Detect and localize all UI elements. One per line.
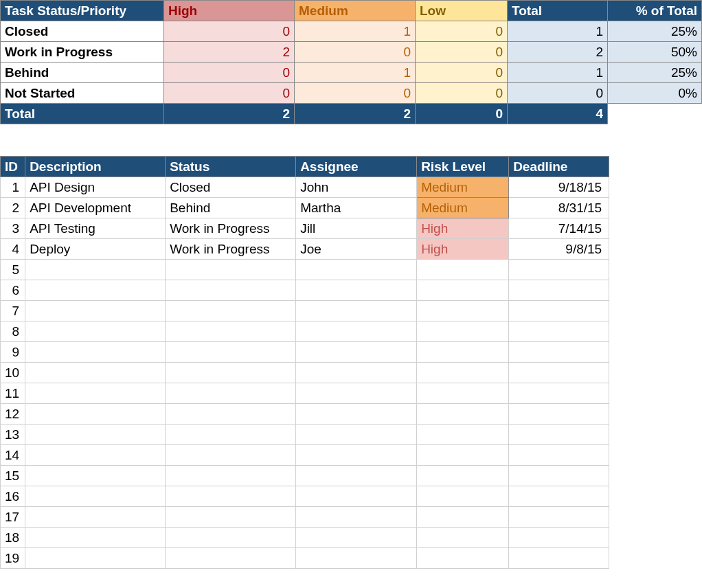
- task-cell-assignee[interactable]: [296, 280, 417, 301]
- task-cell-risk[interactable]: [417, 486, 509, 507]
- task-cell-risk[interactable]: [417, 301, 509, 321]
- task-cell-description[interactable]: [25, 466, 166, 486]
- task-cell-risk[interactable]: [417, 280, 509, 301]
- task-cell-status[interactable]: [166, 528, 296, 548]
- task-cell-status[interactable]: [166, 486, 296, 507]
- task-cell-status[interactable]: [166, 301, 296, 321]
- task-cell-status[interactable]: Closed: [166, 177, 296, 198]
- summary-status-label[interactable]: Not Started: [1, 83, 164, 104]
- task-cell-assignee[interactable]: [296, 528, 417, 548]
- task-cell-deadline[interactable]: 9/8/15: [509, 239, 609, 260]
- task-cell-risk[interactable]: [417, 363, 509, 383]
- task-cell-deadline[interactable]: [509, 466, 609, 486]
- task-cell-risk[interactable]: High: [417, 218, 509, 239]
- task-cell-id[interactable]: 16: [1, 486, 25, 507]
- task-cell-deadline[interactable]: [509, 301, 609, 321]
- task-cell-id[interactable]: 13: [1, 425, 25, 445]
- task-cell-id[interactable]: 11: [1, 383, 25, 404]
- task-cell-status[interactable]: [166, 466, 296, 486]
- task-cell-status[interactable]: [166, 280, 296, 301]
- task-cell-id[interactable]: 10: [1, 363, 25, 383]
- task-cell-description[interactable]: API Development: [25, 198, 166, 218]
- task-cell-id[interactable]: 1: [1, 177, 25, 198]
- summary-cell-low[interactable]: 0: [416, 21, 508, 42]
- priority-low-header[interactable]: Low: [416, 1, 508, 21]
- summary-cell-low[interactable]: 0: [416, 42, 508, 63]
- summary-cell-med[interactable]: 0: [295, 83, 416, 104]
- task-cell-assignee[interactable]: [296, 301, 417, 321]
- task-cell-deadline[interactable]: 7/14/15: [509, 218, 609, 239]
- task-cell-assignee[interactable]: [296, 404, 417, 425]
- task-cell-status[interactable]: [166, 404, 296, 425]
- summary-cell-high[interactable]: 0: [164, 21, 295, 42]
- task-cell-id[interactable]: 5: [1, 260, 25, 280]
- task-cell-assignee[interactable]: [296, 260, 417, 280]
- summary-cell-pct[interactable]: 25%: [608, 63, 702, 83]
- task-cell-deadline[interactable]: 9/18/15: [509, 177, 609, 198]
- task-cell-description[interactable]: [25, 280, 166, 301]
- task-cell-deadline[interactable]: [509, 404, 609, 425]
- task-cell-description[interactable]: [25, 548, 166, 569]
- task-cell-risk[interactable]: [417, 548, 509, 569]
- task-cell-assignee[interactable]: John: [296, 177, 417, 198]
- task-cell-assignee[interactable]: Martha: [296, 198, 417, 218]
- task-cell-status[interactable]: [166, 383, 296, 404]
- task-cell-deadline[interactable]: [509, 425, 609, 445]
- task-cell-risk[interactable]: [417, 321, 509, 342]
- summary-cell-med[interactable]: 1: [295, 21, 416, 42]
- summary-cell-low[interactable]: 0: [416, 83, 508, 104]
- summary-status-label[interactable]: Closed: [1, 21, 164, 42]
- task-cell-status[interactable]: [166, 507, 296, 528]
- task-cell-description[interactable]: [25, 404, 166, 425]
- task-cell-description[interactable]: [25, 260, 166, 280]
- task-header-status[interactable]: Status: [166, 157, 296, 177]
- task-cell-id[interactable]: 19: [1, 548, 25, 569]
- task-cell-risk[interactable]: [417, 425, 509, 445]
- task-cell-id[interactable]: 3: [1, 218, 25, 239]
- task-cell-description[interactable]: [25, 321, 166, 342]
- task-cell-risk[interactable]: Medium: [417, 198, 509, 218]
- task-cell-description[interactable]: [25, 301, 166, 321]
- task-cell-status[interactable]: [166, 342, 296, 363]
- task-cell-id[interactable]: 14: [1, 445, 25, 466]
- task-cell-deadline[interactable]: [509, 528, 609, 548]
- task-cell-assignee[interactable]: [296, 507, 417, 528]
- summary-cell-pct[interactable]: 0%: [608, 83, 702, 104]
- task-cell-deadline[interactable]: [509, 260, 609, 280]
- summary-total-med[interactable]: 2: [295, 104, 416, 124]
- task-header-id[interactable]: ID: [1, 157, 25, 177]
- priority-high-header[interactable]: High: [164, 1, 295, 21]
- task-cell-assignee[interactable]: [296, 363, 417, 383]
- task-cell-deadline[interactable]: [509, 342, 609, 363]
- task-cell-description[interactable]: [25, 486, 166, 507]
- task-cell-description[interactable]: [25, 342, 166, 363]
- task-cell-deadline[interactable]: [509, 383, 609, 404]
- task-cell-deadline[interactable]: [509, 507, 609, 528]
- task-cell-risk[interactable]: High: [417, 239, 509, 260]
- task-cell-assignee[interactable]: Jill: [296, 218, 417, 239]
- task-cell-status[interactable]: [166, 425, 296, 445]
- summary-corner[interactable]: Task Status/Priority: [1, 1, 164, 21]
- task-cell-risk[interactable]: [417, 260, 509, 280]
- summary-cell-med[interactable]: 1: [295, 63, 416, 83]
- task-cell-assignee[interactable]: [296, 321, 417, 342]
- task-cell-deadline[interactable]: [509, 445, 609, 466]
- task-cell-status[interactable]: Work in Progress: [166, 218, 296, 239]
- summary-cell-pct[interactable]: 50%: [608, 42, 702, 63]
- task-cell-deadline[interactable]: [509, 321, 609, 342]
- task-cell-assignee[interactable]: [296, 486, 417, 507]
- pct-header[interactable]: % of Total: [608, 1, 702, 21]
- task-cell-id[interactable]: 8: [1, 321, 25, 342]
- task-cell-id[interactable]: 15: [1, 466, 25, 486]
- task-cell-id[interactable]: 4: [1, 239, 25, 260]
- priority-medium-header[interactable]: Medium: [295, 1, 416, 21]
- task-cell-deadline[interactable]: [509, 280, 609, 301]
- task-cell-risk[interactable]: [417, 466, 509, 486]
- task-cell-assignee[interactable]: [296, 425, 417, 445]
- task-cell-description[interactable]: Deploy: [25, 239, 166, 260]
- task-cell-description[interactable]: [25, 507, 166, 528]
- task-cell-description[interactable]: API Testing: [25, 218, 166, 239]
- task-cell-description[interactable]: [25, 445, 166, 466]
- task-cell-deadline[interactable]: [509, 486, 609, 507]
- task-cell-description[interactable]: [25, 363, 166, 383]
